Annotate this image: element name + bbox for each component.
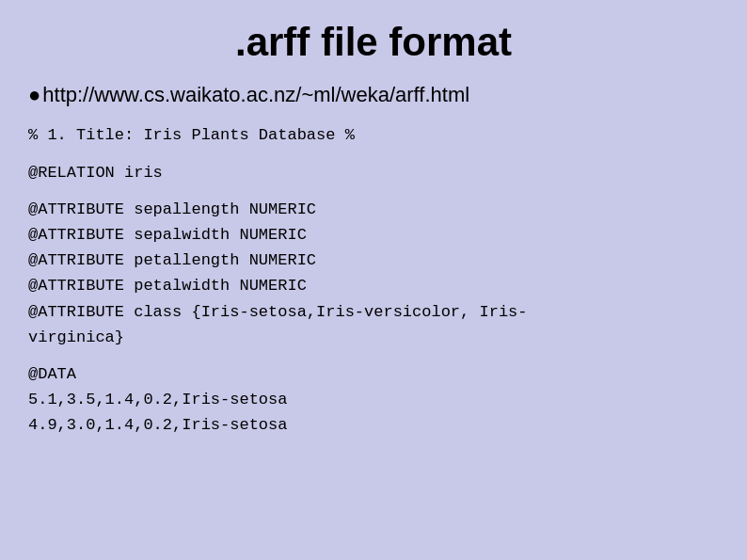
code-line-attr2: @ATTRIBUTE sepalwidth NUMERIC bbox=[28, 222, 719, 248]
url-line: ●http://www.cs.waikato.ac.nz/~ml/weka/ar… bbox=[28, 83, 719, 107]
code-block: % 1. Title: Iris Plants Database % @RELA… bbox=[28, 122, 719, 438]
code-line-data: @DATA bbox=[28, 361, 719, 387]
code-line-relation: @RELATION iris bbox=[28, 160, 719, 185]
code-line-data1: 5.1,3.5,1.4,0.2,Iris-setosa bbox=[28, 387, 719, 412]
code-line-attr5: @ATTRIBUTE class {Iris-setosa,Iris-versi… bbox=[28, 299, 719, 325]
page-title: .arff file format bbox=[28, 19, 719, 66]
code-line-attr3: @ATTRIBUTE petallength NUMERIC bbox=[28, 248, 719, 273]
code-line-1: % 1. Title: Iris Plants Database % bbox=[28, 122, 719, 148]
code-line-data2: 4.9,3.0,1.4,0.2,Iris-setosa bbox=[28, 412, 719, 438]
bullet-point: ● bbox=[28, 83, 40, 106]
title-section: .arff file format bbox=[28, 19, 719, 66]
code-line-attr1: @ATTRIBUTE sepallength NUMERIC bbox=[28, 197, 719, 222]
url-text: http://www.cs.waikato.ac.nz/~ml/weka/arf… bbox=[42, 83, 469, 106]
page-container: .arff file format ●http://www.cs.waikato… bbox=[0, 0, 747, 560]
code-line-attr5-cont: virginica} bbox=[28, 325, 719, 350]
code-line-attr4: @ATTRIBUTE petalwidth NUMERIC bbox=[28, 273, 719, 298]
